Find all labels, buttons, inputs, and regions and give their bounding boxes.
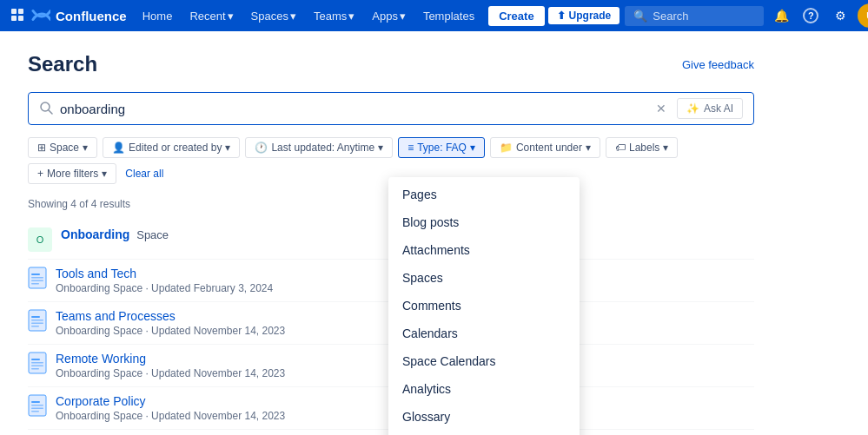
ai-icon: ✨ (686, 102, 699, 115)
upgrade-button[interactable]: ⬆ Upgrade (548, 7, 620, 24)
filter-edited[interactable]: 👤 Edited or created by ▾ (103, 137, 240, 158)
svg-rect-10 (31, 277, 43, 279)
gear-icon: ⚙ (835, 9, 846, 23)
dropdown-item-pages[interactable]: Pages (388, 181, 580, 208)
search-bar: ✕ ✨ Ask AI (28, 92, 754, 125)
space-result-icon: O (28, 227, 52, 252)
dropdown-item-letter[interactable]: Letter (388, 431, 580, 435)
svg-rect-0 (11, 9, 17, 14)
dropdown-item-attachments[interactable]: Attachments (388, 236, 580, 264)
svg-rect-11 (31, 280, 43, 282)
nav-search-box[interactable]: 🔍 Search (625, 6, 764, 26)
clear-icon: ✕ (656, 102, 666, 115)
plus-filter-icon: + (37, 168, 43, 180)
dropdown-item-glossary[interactable]: Glossary (388, 403, 580, 431)
type-filter-icon: ≡ (407, 142, 414, 154)
result-title[interactable]: Onboarding Space (61, 227, 169, 241)
dropdown-item-blog-posts[interactable]: Blog posts (388, 208, 580, 236)
doc-icon (28, 352, 47, 377)
search-bar-icon (39, 101, 53, 117)
svg-rect-27 (31, 411, 39, 412)
more-filters-arrow: ▾ (102, 168, 107, 180)
content-under-arrow: ▾ (586, 142, 591, 154)
svg-rect-3 (18, 16, 23, 21)
more-filters-button[interactable]: + More filters ▾ (28, 163, 116, 184)
filter-space[interactable]: ⊞ Space ▾ (28, 137, 97, 158)
type-filter-dropdown: Pages Blog posts Attachments Spaces Comm… (388, 177, 580, 435)
svg-rect-21 (31, 366, 43, 367)
help-button[interactable]: ? (798, 3, 823, 28)
filter-labels[interactable]: 🏷 Labels ▾ (606, 137, 678, 158)
nav-right: ⬆ Upgrade 🔍 Search 🔔 ? ⚙ U (548, 3, 868, 28)
logo-text: Confluence (56, 9, 127, 23)
person-filter-icon: 👤 (112, 142, 125, 154)
svg-rect-19 (31, 359, 40, 360)
logo-icon (10, 8, 26, 23)
nav-link-recent[interactable]: Recent ▾ (182, 6, 240, 26)
edited-filter-arrow: ▾ (225, 142, 230, 154)
logo[interactable]: Confluence (10, 5, 127, 27)
svg-rect-14 (31, 316, 40, 318)
search-input[interactable] (60, 102, 646, 116)
clock-filter-icon: 🕐 (255, 142, 268, 154)
settings-button[interactable]: ⚙ (828, 3, 852, 28)
notifications-button[interactable]: 🔔 (769, 3, 793, 28)
help-icon: ? (803, 8, 818, 23)
svg-rect-20 (31, 362, 43, 364)
svg-rect-2 (11, 16, 17, 21)
navbar: Confluence Home Recent ▾ Spaces ▾ Teams … (0, 0, 868, 31)
svg-rect-1 (18, 9, 23, 14)
doc-icon (28, 394, 47, 419)
ask-ai-button[interactable]: ✨ Ask AI (677, 98, 743, 119)
filter-last-updated[interactable]: 🕐 Last updated: Anytime ▾ (245, 137, 393, 158)
dropdown-item-calendars[interactable]: Calendars (388, 320, 580, 347)
page-title: Search (28, 52, 97, 76)
page-header: Search Give feedback (28, 52, 754, 76)
filter-content-under[interactable]: 📁 Content under ▾ (490, 137, 600, 158)
nav-link-templates[interactable]: Templates (416, 6, 481, 26)
svg-rect-22 (31, 368, 39, 370)
clear-all-button[interactable]: Clear all (125, 168, 163, 180)
svg-rect-24 (31, 401, 40, 403)
svg-text:O: O (36, 234, 44, 245)
labels-arrow: ▾ (663, 142, 668, 154)
space-filter-arrow: ▾ (83, 142, 88, 154)
svg-rect-12 (31, 283, 39, 285)
nav-link-spaces[interactable]: Spaces ▾ (244, 6, 303, 26)
bell-icon: 🔔 (774, 9, 789, 23)
svg-rect-15 (31, 320, 43, 321)
upgrade-icon: ⬆ (557, 10, 566, 22)
confluence-logo-icon (31, 5, 50, 27)
doc-icon (28, 309, 47, 334)
type-filter-arrow: ▾ (470, 142, 475, 154)
avatar[interactable]: U (858, 3, 868, 28)
doc-icon (28, 267, 47, 292)
search-page: Search Give feedback ✕ ✨ Ask AI ⊞ Space … (0, 31, 782, 435)
nav-link-home[interactable]: Home (136, 6, 180, 26)
space-filter-icon: ⊞ (37, 142, 46, 154)
svg-rect-17 (31, 326, 39, 327)
svg-rect-9 (31, 274, 40, 275)
svg-rect-16 (31, 323, 43, 325)
svg-line-5 (49, 110, 52, 114)
dropdown-item-analytics[interactable]: Analytics (388, 375, 580, 403)
dropdown-item-spaces[interactable]: Spaces (388, 264, 580, 292)
create-button[interactable]: Create (488, 6, 544, 26)
space-badge: Space (136, 228, 169, 241)
svg-rect-25 (31, 405, 43, 406)
svg-rect-26 (31, 408, 43, 410)
clear-search-button[interactable]: ✕ (653, 102, 670, 115)
folder-filter-icon: 📁 (500, 142, 513, 154)
dropdown-item-comments[interactable]: Comments (388, 292, 580, 320)
tag-filter-icon: 🏷 (615, 142, 626, 154)
give-feedback-link[interactable]: Give feedback (682, 58, 754, 71)
search-icon: 🔍 (633, 10, 647, 23)
filter-type[interactable]: ≡ Type: FAQ ▾ (398, 137, 485, 158)
nav-link-apps[interactable]: Apps ▾ (365, 6, 413, 26)
last-updated-arrow: ▾ (378, 142, 383, 154)
nav-link-teams[interactable]: Teams ▾ (307, 6, 361, 26)
dropdown-item-space-calendars[interactable]: Space Calendars (388, 347, 580, 375)
